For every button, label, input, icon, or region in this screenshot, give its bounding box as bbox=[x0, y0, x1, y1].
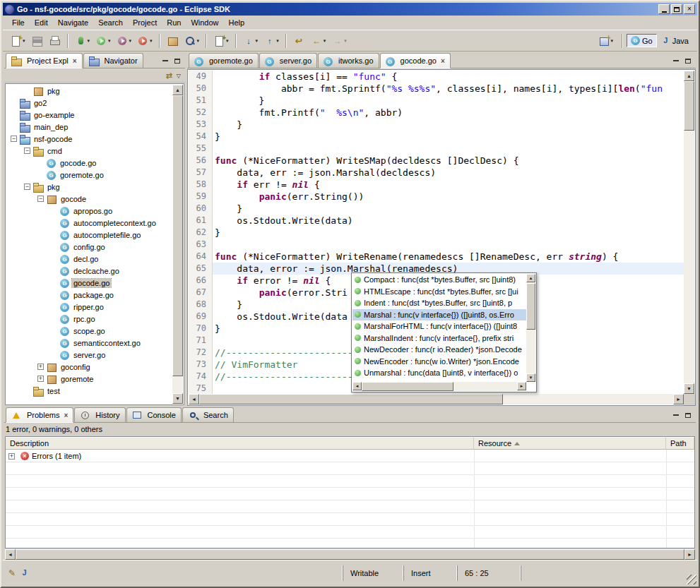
code-line-58[interactable]: 58 if err != nil { bbox=[189, 179, 684, 191]
code-line-62[interactable]: 62} bbox=[189, 227, 684, 239]
row-expander-icon[interactable]: + bbox=[8, 453, 15, 460]
back-button[interactable]: ←▾ bbox=[309, 33, 328, 49]
assist-item-newdecoder[interactable]: NewDecoder : func(r io.Reader) *json.Dec… bbox=[352, 344, 526, 356]
tree-item-scope-go[interactable]: scope.go bbox=[6, 325, 172, 337]
scroll-thumb[interactable] bbox=[684, 81, 694, 131]
column-header-resource[interactable]: Resource bbox=[474, 437, 666, 450]
scroll-down-icon[interactable]: ▼ bbox=[172, 393, 183, 404]
scroll-down-icon[interactable]: ▼ bbox=[684, 383, 694, 394]
editor-horizontal-scrollbar[interactable]: ◄ ► bbox=[189, 394, 684, 404]
assist-horizontal-scrollbar[interactable]: ◄ ► bbox=[352, 382, 526, 391]
save-button[interactable] bbox=[29, 33, 45, 49]
tree-item-go2[interactable]: go2 bbox=[6, 97, 172, 109]
new-element-button[interactable]: ▾ bbox=[211, 33, 231, 49]
tree-item-main-dep[interactable]: main_dep bbox=[6, 121, 172, 133]
dropdown-arrow-icon[interactable]: ▾ bbox=[129, 38, 132, 44]
dropdown-arrow-icon[interactable]: ▾ bbox=[88, 38, 90, 44]
tree-expander-icon[interactable]: − bbox=[24, 184, 30, 190]
assist-item-htmlescape[interactable]: HTMLEscape : func(dst *bytes.Buffer, src… bbox=[352, 286, 526, 298]
tab-problems[interactable]: Problems× bbox=[6, 407, 73, 423]
run-last-button[interactable]: ▾ bbox=[114, 33, 134, 49]
next-annotation-button[interactable]: ↓▾ bbox=[241, 33, 261, 49]
debug-button[interactable]: ▾ bbox=[73, 33, 93, 49]
tab-server-go[interactable]: server.go bbox=[259, 53, 317, 68]
code-line-51[interactable]: 51 } bbox=[189, 95, 684, 107]
previous-annotation-button[interactable]: ↑▾ bbox=[261, 33, 281, 49]
dropdown-arrow-icon[interactable]: ▾ bbox=[276, 38, 279, 44]
close-button[interactable]: × bbox=[684, 4, 695, 14]
scroll-left-icon[interactable]: ◄ bbox=[189, 394, 199, 404]
tree-item-goremote-go[interactable]: goremote.go bbox=[6, 169, 172, 181]
tree-item-gocode-go[interactable]: gocode.go bbox=[6, 277, 172, 289]
tree-item-declcache-go[interactable]: declcache.go bbox=[6, 265, 172, 277]
scroll-thumb[interactable] bbox=[16, 549, 684, 560]
dropdown-arrow-icon[interactable]: ▾ bbox=[344, 38, 347, 44]
assist-item-marshal[interactable]: Marshal : func(v interface{}) ([]uint8, … bbox=[352, 309, 526, 321]
tree-item-decl-go[interactable]: decl.go bbox=[6, 253, 172, 265]
tree-item-pkg[interactable]: −pkg bbox=[6, 181, 172, 193]
editor-vertical-scrollbar[interactable]: ▲ ▼ bbox=[684, 71, 694, 394]
assist-vertical-scrollbar[interactable]: ▲ ▼ bbox=[526, 274, 535, 382]
tab-itworks-go[interactable]: itworks.go bbox=[318, 53, 379, 68]
scroll-down-icon[interactable]: ▼ bbox=[526, 373, 535, 382]
tree-expander-icon[interactable]: + bbox=[37, 364, 44, 370]
close-tab-icon[interactable]: × bbox=[64, 412, 68, 419]
tree-item-ripper-go[interactable]: ripper.go bbox=[6, 301, 172, 313]
column-header-description[interactable]: Description bbox=[6, 437, 474, 450]
external-tools-button[interactable]: ▾ bbox=[135, 33, 155, 49]
tree-item-rpc-go[interactable]: rpc.go bbox=[6, 313, 172, 325]
dropdown-arrow-icon[interactable]: ▾ bbox=[197, 38, 200, 44]
code-line-57[interactable]: 57 data, err := json.Marshal(decldescs) bbox=[189, 167, 684, 179]
tree-item-goremote[interactable]: +goremote bbox=[6, 373, 172, 385]
maximize-view-button[interactable] bbox=[683, 56, 693, 65]
tab-console[interactable]: Console bbox=[126, 407, 182, 422]
code-line-54[interactable]: 54} bbox=[189, 131, 684, 143]
tab-history[interactable]: History bbox=[74, 407, 125, 422]
minimize-button[interactable] bbox=[658, 4, 670, 14]
dropdown-arrow-icon[interactable]: ▾ bbox=[23, 38, 25, 44]
tab-navigator[interactable]: Navigator bbox=[83, 53, 143, 68]
menu-window[interactable]: Window bbox=[186, 17, 223, 28]
maximize-view-button[interactable] bbox=[683, 411, 693, 419]
scroll-thumb[interactable] bbox=[199, 394, 503, 404]
maximize-button[interactable] bbox=[671, 4, 682, 14]
menu-project[interactable]: Project bbox=[128, 17, 162, 28]
tree-item-apropos-go[interactable]: apropos.go bbox=[6, 205, 172, 217]
perspective-java[interactable]: JJava bbox=[657, 34, 693, 47]
tab-goremote-go[interactable]: goremote.go bbox=[189, 53, 259, 68]
maximize-view-button[interactable] bbox=[172, 56, 182, 65]
tab-search[interactable]: Search bbox=[182, 407, 234, 422]
tab-gocode-go[interactable]: gocode.go× bbox=[380, 53, 451, 68]
tree-item-goconfig[interactable]: +goconfig bbox=[6, 361, 172, 373]
menu-run[interactable]: Run bbox=[162, 17, 186, 28]
scroll-left-icon[interactable]: ◄ bbox=[5, 549, 16, 560]
tree-item-pkg[interactable]: pkg bbox=[6, 85, 172, 97]
titlebar[interactable]: Go - nsf-gocode/src/pkg/gocode/gocode.go… bbox=[3, 3, 697, 16]
minimize-view-button[interactable] bbox=[671, 56, 681, 65]
print-button[interactable] bbox=[47, 33, 63, 49]
problems-horizontal-scrollbar[interactable]: ◄ ► bbox=[5, 549, 695, 560]
tree-item-config-go[interactable]: config.go bbox=[6, 241, 172, 253]
dropdown-arrow-icon[interactable]: ▾ bbox=[324, 38, 326, 44]
resize-grip[interactable] bbox=[687, 575, 696, 584]
code-line-64[interactable]: 64func (*NiceFormatter) WriteRename(rena… bbox=[189, 251, 684, 263]
dropdown-arrow-icon[interactable]: ▾ bbox=[150, 38, 153, 44]
dropdown-arrow-icon[interactable]: ▾ bbox=[108, 38, 111, 44]
scroll-left-icon[interactable]: ◄ bbox=[352, 382, 362, 390]
scroll-up-icon[interactable]: ▲ bbox=[172, 85, 183, 95]
scroll-right-icon[interactable]: ► bbox=[517, 382, 526, 390]
tree-item-gocode[interactable]: −gocode bbox=[6, 193, 172, 205]
close-tab-icon[interactable]: × bbox=[441, 57, 445, 65]
perspective-go[interactable]: GGo bbox=[627, 34, 657, 47]
code-line-49[interactable]: 49 if classes[i] == "func" { bbox=[189, 71, 684, 83]
tree-item-autocompletecontext-go[interactable]: autocompletecontext.go bbox=[6, 217, 172, 229]
code-line-60[interactable]: 60 } bbox=[189, 203, 684, 215]
assist-item-indent[interactable]: Indent : func(dst *bytes.Buffer, src []u… bbox=[352, 297, 526, 309]
dropdown-arrow-icon[interactable]: ▾ bbox=[226, 38, 229, 44]
tree-expander-icon[interactable]: − bbox=[24, 148, 30, 154]
tree-item-semanticcontext-go[interactable]: semanticcontext.go bbox=[6, 337, 172, 349]
tree-item-autocompletefile-go[interactable]: autocompletefile.go bbox=[6, 229, 172, 241]
run-button[interactable]: ▾ bbox=[93, 33, 113, 49]
dropdown-arrow-icon[interactable]: ▾ bbox=[611, 38, 614, 44]
scroll-thumb[interactable] bbox=[526, 283, 535, 330]
